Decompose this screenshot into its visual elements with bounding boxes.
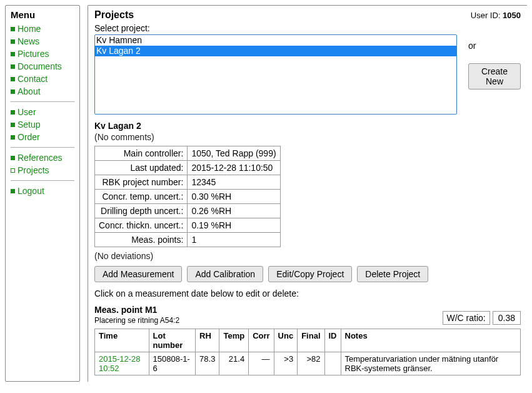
project-select[interactable]: Kv HamnenKv Lagan 2 [94, 34, 457, 115]
bullet-icon [11, 135, 15, 140]
bullet-icon [11, 123, 15, 127]
sidebar-item-about[interactable]: About [11, 86, 74, 96]
info-value: 0.26 %RH [188, 204, 280, 218]
wc-ratio-value: 0.38 [493, 311, 521, 325]
info-value: 2015-12-28 11:10:50 [188, 161, 280, 175]
wc-ratio-label: W/C ratio: [443, 311, 490, 325]
info-label: Meas. points: [95, 233, 188, 247]
table-cell: 78.3 [196, 352, 219, 375]
menu-divider [11, 147, 74, 148]
project-deviations: (No deviations) [94, 251, 521, 261]
column-header: RH [196, 329, 219, 352]
page-title: Projects [94, 9, 134, 21]
meas-point-subtitle: Placering se ritning A54:2 [94, 316, 179, 325]
bullet-icon [11, 39, 15, 44]
measurement-table: TimeLot numberRHTempCorrUncFinalIDNotes2… [94, 329, 521, 375]
table-cell: >3 [274, 352, 298, 375]
table-cell [324, 352, 341, 375]
table-row: 2015-12-28 10:52150808-1-678.321.4—>3>82… [95, 352, 521, 375]
sidebar-item-contact[interactable]: Contact [11, 74, 74, 84]
info-row: Concr. temp. uncert.:0.30 %RH [95, 190, 281, 204]
info-row: Main controller:1050, Ted Rapp (999) [95, 146, 281, 161]
edit-copy-project-button[interactable]: Edit/Copy Project [268, 266, 352, 282]
sidebar-item-documents[interactable]: Documents [11, 61, 74, 71]
bullet-icon [11, 64, 15, 69]
sidebar-item-logout[interactable]: Logout [11, 186, 74, 196]
info-value: 0.30 %RH [188, 190, 280, 204]
table-cell: 21.4 [219, 352, 249, 375]
project-name: Kv Lagan 2 [94, 121, 521, 131]
sidebar-item-references[interactable]: References [11, 153, 74, 163]
sidebar-item-user[interactable]: User [11, 107, 74, 117]
info-value: 1 [188, 233, 280, 247]
sidebar-item-projects[interactable]: Projects [11, 165, 74, 175]
bullet-icon [11, 189, 15, 193]
menu-divider [11, 101, 74, 102]
select-project-label: Select project: [94, 23, 457, 33]
info-label: Main controller: [95, 146, 188, 161]
measurement-time-link[interactable]: 2015-12-28 10:52 [99, 354, 141, 373]
table-cell: Temperaturvariation under mätning utanfö… [341, 352, 521, 375]
table-cell: 2015-12-28 10:52 [95, 352, 149, 375]
column-header: Temp [219, 329, 249, 352]
meas-point-title: Meas. point M1 [94, 305, 179, 315]
info-label: Concr. temp. uncert.: [95, 190, 188, 204]
info-row: Meas. points:1 [95, 233, 281, 247]
add-measurement-button[interactable]: Add Measurement [94, 266, 182, 282]
column-header: ID [324, 329, 341, 352]
project-option[interactable]: Kv Lagan 2 [95, 46, 456, 56]
sidebar: Menu HomeNewsPicturesDocumentsContactAbo… [5, 5, 80, 382]
info-value: 1050, Ted Rapp (999) [188, 146, 280, 161]
bullet-icon [11, 156, 15, 160]
info-label: RBK project number: [95, 175, 188, 190]
table-header-row: TimeLot numberRHTempCorrUncFinalIDNotes [95, 329, 521, 352]
info-row: Concr. thickn. uncert.:0.19 %RH [95, 218, 281, 233]
project-comments: (No comments) [94, 132, 521, 142]
info-row: Last updated:2015-12-28 11:10:50 [95, 161, 281, 175]
column-header: Corr [249, 329, 274, 352]
info-value: 12345 [188, 175, 280, 190]
info-row: RBK project number:12345 [95, 175, 281, 190]
info-label: Concr. thickn. uncert.: [95, 218, 188, 233]
table-cell: >82 [298, 352, 324, 375]
project-info-table: Main controller:1050, Ted Rapp (999)Last… [94, 146, 281, 247]
wc-ratio: W/C ratio: 0.38 [443, 311, 521, 325]
column-header: Unc [274, 329, 298, 352]
bullet-icon [11, 27, 15, 31]
bullet-icon [11, 52, 15, 56]
sidebar-item-news[interactable]: News [11, 36, 74, 46]
bullet-icon [11, 168, 15, 173]
user-id: User ID: 1050 [471, 11, 521, 20]
sidebar-item-home[interactable]: Home [11, 24, 74, 34]
info-label: Drilling depth uncert.: [95, 204, 188, 218]
add-calibration-button[interactable]: Add Calibration [187, 266, 263, 282]
table-cell: — [249, 352, 274, 375]
project-option[interactable]: Kv Hamnen [95, 35, 456, 46]
column-header: Time [95, 329, 149, 352]
edit-hint: Click on a measurement date below to edi… [94, 288, 521, 299]
column-header: Notes [341, 329, 521, 352]
column-header: Lot number [149, 329, 196, 352]
delete-project-button[interactable]: Delete Project [357, 266, 428, 282]
bullet-icon [11, 89, 15, 94]
table-cell: 150808-1-6 [149, 352, 196, 375]
column-header: Final [298, 329, 324, 352]
bullet-icon [11, 110, 15, 115]
sidebar-item-setup[interactable]: Setup [11, 120, 74, 130]
create-new-button[interactable]: Create New [468, 63, 521, 89]
main-panel: Projects User ID: 1050 Select project: K… [88, 5, 527, 382]
bullet-icon [11, 77, 15, 81]
info-row: Drilling depth uncert.:0.26 %RH [95, 204, 281, 218]
info-value: 0.19 %RH [188, 218, 280, 233]
sidebar-item-order[interactable]: Order [11, 132, 74, 142]
or-label: or [468, 41, 521, 51]
sidebar-item-pictures[interactable]: Pictures [11, 49, 74, 59]
menu-heading: Menu [11, 9, 74, 20]
menu-divider [11, 180, 74, 181]
info-label: Last updated: [95, 161, 188, 175]
